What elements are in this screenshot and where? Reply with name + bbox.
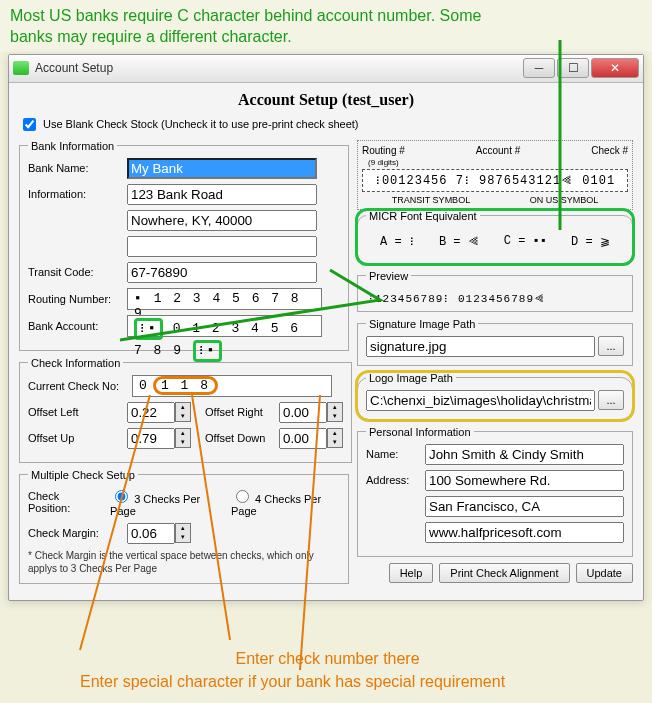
bank-name-label: Bank Name: <box>28 162 123 174</box>
spin-up[interactable]: ▴ <box>328 429 342 438</box>
check-margin-input[interactable] <box>127 523 175 544</box>
spin-down[interactable]: ▾ <box>176 533 190 542</box>
micr-d: D = ⫺ <box>571 234 610 249</box>
account-suffix-char: ⫶▪ <box>193 340 222 362</box>
signature-path-group: Signature Image Path ... <box>357 318 633 366</box>
info-label: Information: <box>28 188 123 200</box>
micr-equiv-legend: MICR Font Equivalent <box>366 210 480 222</box>
spin-up[interactable]: ▴ <box>176 403 190 412</box>
spin-down[interactable]: ▾ <box>328 438 342 447</box>
maximize-button[interactable]: ☐ <box>557 58 589 78</box>
preview-group: Preview ⫶123456789⫶ 0123456789⫷ <box>357 270 633 312</box>
offset-left-input[interactable] <box>127 402 175 423</box>
offset-up-input[interactable] <box>127 428 175 449</box>
info-line2-input[interactable] <box>127 210 317 231</box>
info-line3-input[interactable] <box>127 236 317 257</box>
preview-line: ⫶123456789⫶ 0123456789⫷ <box>366 288 624 305</box>
micr-equivalent-group: MICR Font Equivalent A = ⫶ B = ⫷ C = ▪▪ … <box>357 210 633 264</box>
addr2-input[interactable] <box>425 496 624 517</box>
check-info-group: Check Information Current Check No: 0 1 … <box>19 357 352 463</box>
bank-name-input[interactable] <box>127 158 317 179</box>
annotation-line: Most US banks require C character behind… <box>10 6 642 27</box>
app-icon <box>13 61 29 75</box>
micr-a: A = ⫶ <box>380 234 415 249</box>
radio-3-per-page[interactable]: 3 Checks Per Page <box>110 487 219 517</box>
spin-up[interactable]: ▴ <box>328 403 342 412</box>
logo-path-group: Logo Image Path ... <box>357 372 633 420</box>
offset-right-label: Offset Right <box>205 406 275 418</box>
signature-browse-button[interactable]: ... <box>598 336 624 356</box>
annotation-top: Most US banks require C character behind… <box>0 0 652 52</box>
micr-sample-line: ⫶00123456 7⫶ 9876543121⫷ 0101 <box>362 169 628 192</box>
account-label: Bank Account: <box>28 320 123 332</box>
onus-symbol-label: ON US SYMBOL <box>530 195 599 205</box>
spin-down[interactable]: ▾ <box>176 438 190 447</box>
transit-label: Transit Code: <box>28 266 123 278</box>
routing-label: Routing Number: <box>28 293 123 305</box>
micr-c: C = ▪▪ <box>504 234 547 249</box>
transit-input[interactable] <box>127 262 317 283</box>
print-alignment-button[interactable]: Print Check Alignment <box>439 563 569 583</box>
annotation-line: Enter special character if your bank has… <box>80 671 505 693</box>
annotation-bottom: Enter check number there Enter special c… <box>80 648 505 693</box>
info-line1-input[interactable] <box>127 184 317 205</box>
check-position-label: Check Position: <box>28 490 98 514</box>
current-check-input[interactable]: 0 1 1 8 <box>132 375 332 397</box>
spin-up[interactable]: ▴ <box>176 524 190 533</box>
current-check-value: 1 1 8 <box>155 378 216 393</box>
personal-address-label: Address: <box>366 474 421 486</box>
account-input[interactable]: ⫶▪ 0 1 2 3 4 5 6 7 8 9 ⫶▪ <box>127 315 322 337</box>
logo-browse-button[interactable]: ... <box>598 390 624 410</box>
check-margin-label: Check Margin: <box>28 527 123 539</box>
close-button[interactable]: ✕ <box>591 58 639 78</box>
window: Account Setup ─ ☐ ✕ Account Setup (test_… <box>8 54 644 601</box>
titlebar: Account Setup ─ ☐ ✕ <box>9 55 643 83</box>
signature-path-input[interactable] <box>366 336 595 357</box>
offset-left-label: Offset Left <box>28 406 123 418</box>
update-button[interactable]: Update <box>576 563 633 583</box>
preview-legend: Preview <box>366 270 411 282</box>
use-blank-stock-label: Use Blank Check Stock (Uncheck it to use… <box>43 118 358 130</box>
micr-b: B = ⫷ <box>439 234 480 249</box>
bank-info-legend: Bank Information <box>28 140 117 152</box>
spin-down[interactable]: ▾ <box>328 412 342 421</box>
current-check-label: Current Check No: <box>28 380 128 392</box>
margin-note: * Check Margin is the vertical space bet… <box>28 549 340 575</box>
personal-name-label: Name: <box>366 448 421 460</box>
radio-4-per-page[interactable]: 4 Checks Per Page <box>231 487 340 517</box>
micr-sample-diagram: Routing #(9 digits) Account # Check # ⫶0… <box>357 140 633 210</box>
transit-symbol-label: TRANSIT SYMBOL <box>392 195 470 205</box>
annotation-line: banks may require a different character. <box>10 27 642 48</box>
routing-input[interactable]: ▪ 1 2 3 4 5 6 7 8 9 <box>127 288 322 310</box>
multi-check-group: Multiple Check Setup Check Position: 3 C… <box>19 469 349 584</box>
personal-legend: Personal Information <box>366 426 474 438</box>
annotation-line: Enter check number there <box>150 648 505 670</box>
addr3-input[interactable] <box>425 522 624 543</box>
spin-up[interactable]: ▴ <box>176 429 190 438</box>
spin-down[interactable]: ▾ <box>176 412 190 421</box>
window-title: Account Setup <box>35 61 523 75</box>
offset-up-label: Offset Up <box>28 432 123 444</box>
personal-info-group: Personal Information Name: Address: <box>357 426 633 557</box>
account-prefix-char: ⫶▪ <box>134 318 163 340</box>
offset-down-input[interactable] <box>279 428 327 449</box>
help-button[interactable]: Help <box>389 563 434 583</box>
logo-path-input[interactable] <box>366 390 595 411</box>
signature-legend: Signature Image Path <box>366 318 478 330</box>
check-info-legend: Check Information <box>28 357 123 369</box>
multi-check-legend: Multiple Check Setup <box>28 469 138 481</box>
minimize-button[interactable]: ─ <box>523 58 555 78</box>
bank-info-group: Bank Information Bank Name: Information:… <box>19 140 349 351</box>
page-title: Account Setup (test_user) <box>19 91 633 115</box>
addr1-input[interactable] <box>425 470 624 491</box>
offset-down-label: Offset Down <box>205 432 275 444</box>
offset-right-input[interactable] <box>279 402 327 423</box>
use-blank-stock-checkbox[interactable] <box>23 118 36 131</box>
logo-legend: Logo Image Path <box>366 372 456 384</box>
personal-name-input[interactable] <box>425 444 624 465</box>
